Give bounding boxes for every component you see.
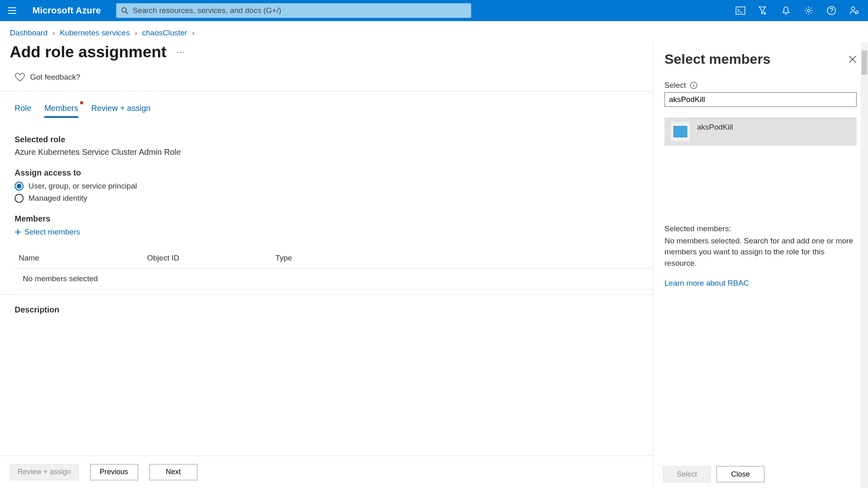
directory-filter-icon[interactable]: [755, 2, 771, 19]
svg-point-5: [851, 7, 855, 10]
radio-icon: [15, 194, 24, 203]
breadcrumb-dashboard[interactable]: Dashboard: [10, 28, 48, 37]
brand-label[interactable]: Microsoft Azure: [32, 5, 101, 16]
select-members-label: Select members: [24, 228, 80, 236]
select-members-panel: Select members Select aksPodKill Selecte…: [653, 42, 868, 488]
global-search-input[interactable]: [132, 6, 466, 15]
empty-members-text: No members selected: [19, 274, 98, 283]
selected-members-text: No members selected. Search for and add …: [665, 235, 857, 269]
close-panel-button[interactable]: [849, 55, 857, 63]
selected-members-heading: Selected members:: [665, 223, 857, 234]
global-search[interactable]: [116, 3, 471, 18]
indicator-dot-icon: [80, 101, 83, 104]
cloud-shell-icon[interactable]: [732, 2, 749, 19]
top-bar: Microsoft Azure: [0, 0, 868, 21]
result-thumb-icon: [670, 121, 691, 142]
svg-point-2: [807, 9, 810, 12]
heart-icon: [15, 72, 25, 82]
tab-members[interactable]: Members: [44, 104, 78, 118]
svg-point-0: [122, 8, 126, 12]
radio-icon: [15, 182, 24, 191]
notifications-icon[interactable]: [778, 2, 794, 19]
panel-title: Select members: [665, 51, 771, 67]
breadcrumb: Dashboard › Kubernetes services › chaosC…: [0, 21, 868, 40]
svg-rect-1: [736, 7, 745, 14]
tab-role[interactable]: Role: [15, 104, 31, 118]
panel-select-button[interactable]: Select: [663, 466, 711, 482]
member-search-input[interactable]: [665, 92, 857, 107]
page-title: Add role assignment: [10, 43, 167, 61]
svg-point-4: [831, 13, 832, 13]
chevron-right-icon: ›: [192, 28, 195, 37]
panel-close-button[interactable]: Close: [716, 466, 764, 482]
settings-icon[interactable]: [801, 2, 817, 19]
radio-label: Managed identity: [28, 194, 87, 203]
tab-review-assign[interactable]: Review + assign: [91, 104, 151, 118]
close-icon: [849, 55, 857, 63]
breadcrumb-chaoscluster[interactable]: chaosCluster: [142, 28, 187, 37]
breadcrumb-kubernetes-services[interactable]: Kubernetes services: [60, 28, 130, 37]
next-button[interactable]: Next: [149, 464, 197, 480]
search-result-item[interactable]: aksPodKill: [665, 117, 857, 146]
learn-more-rbac-link[interactable]: Learn more about RBAC: [665, 278, 749, 289]
help-icon[interactable]: [823, 2, 840, 19]
feedback-link[interactable]: Got feedback?: [30, 73, 80, 82]
panel-scrollbar[interactable]: [861, 42, 868, 488]
column-name[interactable]: Name: [19, 254, 147, 262]
chevron-right-icon: ›: [134, 28, 137, 37]
info-icon[interactable]: [690, 82, 697, 89]
tab-label: Members: [44, 104, 78, 113]
scrollbar-thumb[interactable]: [862, 50, 867, 75]
plus-icon: [15, 229, 21, 235]
svg-point-6: [856, 11, 858, 13]
hamburger-icon: [8, 7, 16, 14]
chevron-right-icon: ›: [52, 28, 55, 37]
review-assign-button[interactable]: Review + assign: [10, 464, 79, 480]
tab-label: Review + assign: [91, 104, 151, 113]
account-icon[interactable]: [846, 2, 862, 19]
hamburger-menu[interactable]: [4, 2, 20, 19]
main-content: Dashboard › Kubernetes services › chaosC…: [0, 21, 868, 488]
column-object-id[interactable]: Object ID: [147, 254, 275, 262]
select-field-label: Select: [665, 81, 686, 90]
more-actions-button[interactable]: ⋯: [176, 47, 185, 57]
radio-label: User, group, or service principal: [28, 182, 137, 191]
column-type[interactable]: Type: [275, 254, 357, 262]
tab-label: Role: [15, 104, 31, 113]
search-icon: [121, 7, 128, 14]
previous-button[interactable]: Previous: [90, 464, 138, 480]
svg-point-8: [693, 84, 694, 85]
result-name: aksPodKill: [697, 123, 733, 132]
